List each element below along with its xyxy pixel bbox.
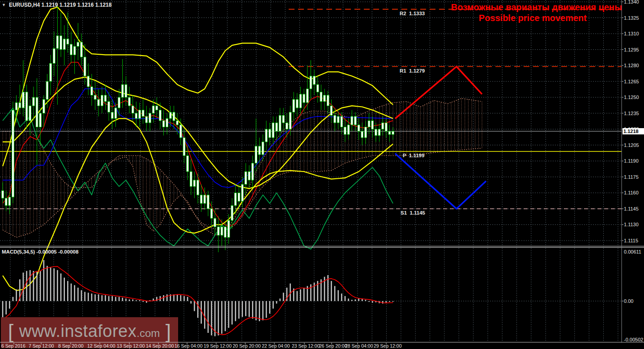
symbol-ohlc-text: EURUSD,H4 1.1219 1.1219 1.1216 1.1218	[9, 2, 112, 8]
svg-text:1.1325: 1.1325	[624, 15, 639, 21]
svg-text:1.1205: 1.1205	[624, 142, 639, 148]
svg-text:1.1115: 1.1115	[624, 238, 638, 243]
watermark-domain: www.instaforex	[19, 322, 137, 341]
svg-text:1.1265: 1.1265	[624, 79, 639, 84]
instaforex-watermark: [ www.instaforex .com ]	[1, 317, 178, 345]
chart-window: 1.13401.13251.13101.12951.12801.12651.12…	[0, 0, 644, 349]
svg-text:1.1160: 1.1160	[624, 190, 639, 195]
svg-text:1.1145: 1.1145	[624, 206, 639, 211]
annotation-ru: Возможные варианты движения цены	[451, 2, 622, 13]
symbol-dropdown-icon[interactable]: ▼	[2, 3, 6, 7]
level-lines-layer	[0, 9, 622, 209]
svg-text:1.1250: 1.1250	[624, 95, 639, 100]
svg-text:0.00: 0.00	[624, 298, 633, 304]
macd-axis-labels: 0.006110.00-0.00502	[622, 249, 643, 342]
watermark-bracket-left: [	[8, 322, 13, 341]
watermark-tld: .com	[136, 327, 160, 340]
annotation-en: Possible price movement	[479, 13, 587, 23]
svg-text:29 Sep 12:00: 29 Sep 12:00	[374, 343, 402, 349]
svg-text:23 Sep 12:00: 23 Sep 12:00	[292, 343, 320, 349]
svg-text:28 Sep 04:00: 28 Sep 04:00	[345, 343, 373, 349]
svg-text:1.1130: 1.1130	[624, 222, 639, 227]
svg-text:1.1310: 1.1310	[624, 31, 639, 36]
svg-text:16 Sep 04:00: 16 Sep 04:00	[175, 343, 203, 349]
pivot-label-r1: R1 1.1279	[400, 68, 425, 73]
pivot-label-s1: S1 1.1145	[401, 210, 425, 215]
pivot-label-r2: R2 1.1333	[400, 11, 425, 16]
svg-text:1.1235: 1.1235	[624, 111, 639, 116]
watermark-bracket-right: ]	[166, 322, 171, 341]
current-price-tag: 1.1218	[623, 128, 644, 134]
svg-text:1.1175: 1.1175	[624, 174, 639, 180]
projection-layer	[395, 67, 486, 209]
price-chart-canvas[interactable]: 1.13401.13251.13101.12951.12801.12651.12…	[0, 0, 644, 349]
svg-text:26 Sep 20:00: 26 Sep 20:00	[319, 343, 347, 349]
macd-indicator-label: MACD(5,34,5) -0.00005 -0.00008	[2, 249, 78, 254]
svg-text:19 Sep 12:00: 19 Sep 12:00	[204, 343, 232, 349]
svg-text:1.1280: 1.1280	[624, 63, 639, 68]
svg-text:0.00611: 0.00611	[624, 249, 641, 254]
svg-text:22 Sep 04:00: 22 Sep 04:00	[262, 343, 290, 349]
svg-text:-0.00502: -0.00502	[624, 337, 643, 342]
pivot-label-p: P 1.1199	[403, 153, 424, 158]
svg-text:20 Sep 20:00: 20 Sep 20:00	[233, 343, 261, 349]
svg-text:1.1295: 1.1295	[624, 47, 639, 52]
symbol-ohlc-line: ▼ EURUSD,H4 1.1219 1.1219 1.1216 1.1218	[2, 2, 111, 8]
svg-text:1.1190: 1.1190	[624, 158, 639, 164]
svg-text:1.1340: 1.1340	[624, 0, 639, 4]
price-axis-labels: 1.13401.13251.13101.12951.12801.12651.12…	[622, 0, 639, 243]
